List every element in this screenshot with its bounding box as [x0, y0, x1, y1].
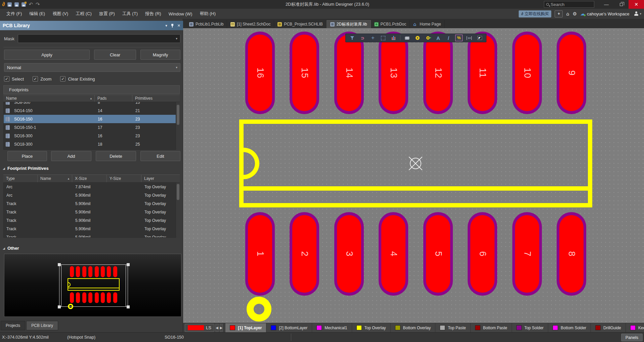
menu-item-0[interactable]: 文件 (F): [3, 9, 26, 19]
pad-9[interactable]: 9: [557, 32, 586, 114]
comment-icon[interactable]: +: [555, 10, 563, 17]
panels-button[interactable]: Panels: [621, 334, 643, 341]
pad-6[interactable]: 6: [468, 212, 497, 296]
line-icon[interactable]: /: [445, 35, 452, 41]
checkbox-select[interactable]: ✓Select: [4, 76, 24, 82]
redo-icon[interactable]: ↷: [36, 1, 40, 7]
checkbox-clear-existing[interactable]: ✓Clear Existing: [60, 76, 95, 82]
table-row[interactable]: SO16-3001623: [4, 132, 179, 140]
pad-11[interactable]: 11: [468, 32, 497, 114]
layer-tab-1-toplayer[interactable]: [1] TopLayer: [225, 323, 266, 333]
scrollbar-thumb[interactable]: [177, 105, 179, 125]
add-button[interactable]: Add: [51, 151, 91, 161]
pad-7[interactable]: 7: [512, 212, 542, 296]
buy-online-button[interactable]: ∂ 立即在线购买: [519, 10, 552, 17]
table-row[interactable]: SO14-1501421: [4, 106, 179, 115]
document-tab-3[interactable]: 2D标准封装库.lib: [327, 20, 371, 28]
pad-16[interactable]: 16: [245, 32, 275, 114]
menu-item-8[interactable]: 帮助 (H): [196, 9, 219, 19]
menu-item-2[interactable]: 视图 (V): [49, 9, 72, 19]
column-header-ysize[interactable]: Y-Size: [107, 175, 141, 182]
footprint-primitives-section-header[interactable]: ◢ Footprint Primitives: [3, 166, 49, 171]
document-tab-4[interactable]: PCB1.PcbDoc: [371, 20, 410, 28]
primitives-scrollbar[interactable]: [176, 183, 180, 238]
table-row[interactable]: Track5.906milTop Overlay: [4, 225, 179, 233]
layer-tab-bottom-paste[interactable]: Bottom Paste: [471, 323, 512, 333]
save-as-icon[interactable]: [22, 2, 26, 7]
workspace-button[interactable]: ☁ cahoyue's Workspace: [580, 11, 630, 17]
pad-2[interactable]: 2: [290, 212, 319, 296]
user-menu-button[interactable]: ▾: [634, 11, 641, 16]
magnet-icon[interactable]: ⊃: [359, 35, 366, 41]
save-icon[interactable]: [7, 2, 12, 7]
layer-set-selector[interactable]: LS: [185, 324, 214, 332]
table-row[interactable]: SO18-3001825: [4, 140, 179, 148]
pcb-editor-canvas[interactable]: 16151413121110912345678 ⊃+A/%10◤: [183, 28, 644, 323]
board-shape-icon[interactable]: ◤: [476, 35, 483, 41]
document-tab-5[interactable]: ⌂Home Page: [410, 20, 444, 28]
edit-button[interactable]: Edit: [140, 151, 180, 161]
selection-handle[interactable]: [58, 305, 61, 308]
table-row[interactable]: SO16-1501623: [4, 115, 179, 123]
table-row[interactable]: Arc5.906milTop Overlay: [4, 191, 179, 199]
pad-15[interactable]: 15: [290, 32, 319, 114]
apply-button[interactable]: Apply: [4, 50, 90, 60]
scroll-layers-left-button[interactable]: ◀: [215, 324, 219, 332]
string-icon[interactable]: A: [434, 35, 442, 41]
measure-icon[interactable]: %: [455, 35, 463, 41]
close-icon[interactable]: ✕: [177, 23, 180, 28]
menu-item-7[interactable]: Window (W): [165, 9, 196, 19]
layer-tab-keep[interactable]: Keep: [626, 323, 644, 333]
column-header-primitives[interactable]: Primitives: [132, 95, 179, 102]
pin-icon[interactable]: [171, 23, 174, 28]
move-icon[interactable]: +: [369, 35, 377, 41]
document-tab-2[interactable]: PCB_Project.SCHLIB: [274, 20, 326, 28]
checkbox-box[interactable]: ✓: [33, 76, 38, 82]
layer-tab-mechanical1[interactable]: Mechanical1: [312, 323, 352, 333]
table-row[interactable]: Track5.906milTop Overlay: [4, 199, 179, 208]
checkbox-zoom[interactable]: ✓Zoom: [33, 76, 51, 82]
selection-handle[interactable]: [127, 305, 130, 308]
layer-tab-top-paste[interactable]: Top Paste: [435, 323, 470, 333]
table-row[interactable]: SO8-300815: [4, 102, 179, 106]
menu-item-5[interactable]: 工具 (T): [119, 9, 141, 19]
layer-tab-bottom-solder[interactable]: Bottom Solder: [548, 323, 591, 333]
save-all-icon[interactable]: [14, 2, 19, 7]
selection-handle[interactable]: [127, 263, 130, 266]
menu-item-3[interactable]: 工程 (C): [72, 9, 95, 19]
select-area-icon[interactable]: [380, 35, 387, 41]
menu-item-4[interactable]: 放置 (P): [95, 9, 119, 19]
pad-10[interactable]: 10: [512, 32, 542, 114]
restore-button[interactable]: [614, 0, 629, 9]
scroll-layers-right-button[interactable]: ▶: [220, 324, 223, 332]
footprints-scrollbar[interactable]: [176, 102, 180, 150]
panel-tab-projects[interactable]: Projects: [1, 321, 25, 330]
undo-icon[interactable]: ↶: [29, 1, 33, 7]
checkbox-box[interactable]: ✓: [60, 76, 66, 82]
document-tab-1[interactable]: [1] Sheet2.SchDoc: [227, 20, 274, 28]
close-button[interactable]: ✕: [629, 0, 644, 9]
column-header-name[interactable]: Name▲: [3, 95, 95, 102]
column-header-layer[interactable]: Layer: [141, 175, 180, 182]
mask-combobox[interactable]: ▾: [18, 34, 180, 43]
component-outline-line[interactable]: [244, 186, 588, 191]
home-icon[interactable]: ⌂: [566, 11, 569, 16]
delete-button[interactable]: Delete: [96, 151, 136, 161]
pad-5[interactable]: 5: [423, 212, 453, 296]
pad-12[interactable]: 12: [423, 32, 453, 114]
layer-tab-top-overlay[interactable]: Top Overlay: [352, 323, 391, 333]
column-header-name[interactable]: Name▲: [38, 175, 72, 182]
pad-14[interactable]: 14: [334, 32, 364, 114]
pad-3[interactable]: 3: [334, 212, 364, 296]
place-button[interactable]: Place: [7, 151, 47, 161]
table-row[interactable]: SO16-150-11723: [4, 123, 179, 132]
table-row[interactable]: Arc7.874milTop Overlay: [4, 183, 179, 191]
menu-item-1[interactable]: 编辑 (E): [26, 9, 49, 19]
gear-icon[interactable]: ⚙: [572, 11, 577, 16]
pad-13[interactable]: 13: [379, 32, 408, 114]
search-input[interactable]: Search: [544, 1, 594, 8]
histogram-icon[interactable]: [390, 35, 397, 41]
document-tab-0[interactable]: PcbLib1.PcbLib: [186, 20, 227, 28]
pad-4[interactable]: 4: [379, 212, 408, 296]
pad-icon[interactable]: [414, 35, 421, 41]
